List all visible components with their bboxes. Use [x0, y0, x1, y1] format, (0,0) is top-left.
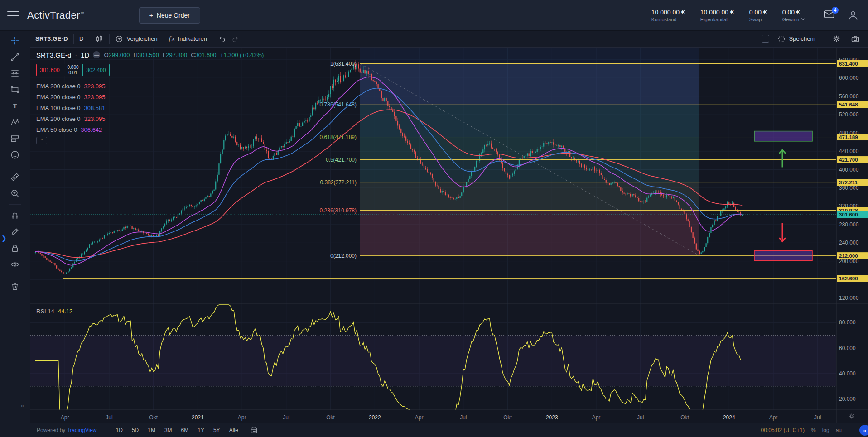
time-axis-label[interactable]: Apr: [592, 414, 601, 421]
emoji-tool[interactable]: [7, 149, 23, 161]
fib-level-label: 0.5(421.700): [326, 157, 357, 163]
chart-area[interactable]: 1(631.400)0.786(541.648)0.618(471.189)0.…: [30, 47, 868, 423]
axis-settings-gear-icon[interactable]: [848, 413, 855, 422]
time-axis-label[interactable]: Jul: [106, 414, 112, 421]
time-axis-label[interactable]: 2022: [369, 414, 381, 421]
chart-style-button[interactable]: [89, 34, 109, 43]
time-axis-label[interactable]: 2023: [546, 414, 558, 421]
stat-eigenkapital: 10 000.00 €Eigenkapital: [700, 9, 734, 22]
compare-button[interactable]: Vergleichen: [110, 35, 163, 43]
price-axis-badge: 541.648: [837, 101, 868, 108]
price-tick-label: 440.000: [839, 148, 859, 154]
drawing-arrow-down[interactable]: [779, 223, 786, 241]
time-axis[interactable]: AprJulOkt2021AprJulOkt2022AprJulOkt2023A…: [61, 414, 821, 421]
magnet-tool[interactable]: [7, 209, 23, 222]
ruler-tool[interactable]: [7, 171, 23, 183]
time-axis-label[interactable]: Jul: [637, 414, 644, 421]
time-axis-label[interactable]: Okt: [680, 414, 689, 421]
menu-icon[interactable]: [7, 11, 19, 19]
undo-button[interactable]: [212, 35, 231, 43]
range-3m[interactable]: 3M: [161, 426, 176, 434]
price-axis-badge: 631.400: [837, 60, 868, 67]
symbol-button[interactable]: SRT3.GE-D: [30, 35, 73, 42]
undo-icon: [218, 35, 226, 43]
indicator-row[interactable]: EMA 100 close 0308.581: [36, 102, 264, 113]
time-axis-label[interactable]: Apr: [238, 414, 246, 421]
user-avatar[interactable]: [846, 9, 860, 22]
lock-tool[interactable]: [7, 242, 23, 255]
screenshot-button[interactable]: [849, 34, 862, 43]
range-1d[interactable]: 1D: [112, 426, 126, 434]
time-axis-label[interactable]: Apr: [415, 414, 424, 421]
time-axis-label[interactable]: Jul: [814, 414, 821, 421]
drawing-toolbar: T: [0, 30, 30, 437]
shapes-tool[interactable]: [7, 83, 23, 96]
auto-scale-button[interactable]: au: [836, 427, 842, 433]
interval-button[interactable]: D: [74, 35, 89, 42]
range-5y[interactable]: 5Y: [210, 426, 224, 434]
indicator-row[interactable]: EMA 200 close 0323.095: [36, 113, 264, 124]
trash-tool[interactable]: [7, 280, 23, 293]
chart-settings-button[interactable]: [830, 34, 843, 43]
collapse-corner-button[interactable]: «: [859, 425, 868, 436]
top-bar: ActivTrader™ + Neue Order 10 000.00 €Kon…: [0, 0, 868, 31]
time-axis-label[interactable]: 2024: [723, 414, 735, 421]
legend-interval[interactable]: 1D: [81, 51, 89, 59]
drawing-arrow-up[interactable]: [779, 150, 786, 167]
legend-symbol[interactable]: SRT3.GE-d: [36, 51, 71, 59]
xabcd-pattern-tool[interactable]: [7, 116, 23, 129]
time-axis-label[interactable]: Okt: [503, 414, 512, 421]
rsi-legend[interactable]: RSI 14 44.12: [36, 308, 72, 315]
layout-checkbox[interactable]: [762, 35, 769, 43]
time-axis-label[interactable]: Jul: [460, 414, 467, 421]
session-clock[interactable]: 00:05:02 (UTC+1): [761, 427, 805, 433]
new-order-button[interactable]: + Neue Order: [139, 7, 200, 24]
eye-tool[interactable]: [7, 258, 23, 271]
stat-gewinn[interactable]: 0.00 € Gewinn: [782, 9, 805, 22]
goto-date-button[interactable]: [250, 427, 258, 434]
time-axis-label[interactable]: Apr: [61, 414, 69, 421]
time-axis-label[interactable]: Okt: [326, 414, 335, 421]
redo-icon: [231, 35, 240, 43]
text-tool[interactable]: T: [7, 100, 23, 112]
time-axis-label[interactable]: Apr: [769, 414, 778, 421]
legend-collapse-icon[interactable]: —: [93, 51, 100, 58]
range-1y[interactable]: 1Y: [194, 426, 208, 434]
crosshair-tool[interactable]: [7, 34, 23, 47]
range-1m[interactable]: 1M: [144, 426, 159, 434]
indicator-row[interactable]: EMA 50 close 0306.642: [36, 124, 264, 135]
stat-swap: 0.00 €Swap: [749, 9, 767, 22]
price-tick-label: 600.000: [839, 75, 859, 81]
indicator-row[interactable]: EMA 200 close 0323.095: [36, 81, 264, 91]
range-alle[interactable]: Alle: [226, 426, 242, 434]
price-tick-label: 560.000: [839, 93, 859, 100]
zoom-in-tool[interactable]: [7, 187, 23, 200]
time-axis-label[interactable]: 2021: [192, 414, 204, 421]
buy-button[interactable]: 302.400: [82, 64, 110, 76]
pane-collapse-chevrons[interactable]: «: [21, 402, 24, 409]
tradingview-link[interactable]: TradingView: [67, 427, 97, 433]
drawing-rect-1[interactable]: [754, 251, 812, 261]
rsi-tick-label: 60.000: [839, 345, 856, 351]
percent-scale-button[interactable]: %: [811, 427, 816, 433]
sell-button[interactable]: 301.600: [36, 64, 63, 76]
drawing-rect-0[interactable]: [754, 131, 812, 141]
redo-button[interactable]: [231, 35, 245, 43]
pencil-tool[interactable]: [7, 226, 23, 238]
log-scale-button[interactable]: log: [822, 427, 829, 433]
indicator-row[interactable]: EMA 200 close 0323.095: [36, 91, 264, 102]
gear-icon: [832, 34, 841, 43]
time-axis-label[interactable]: Jul: [283, 414, 289, 421]
range-5d[interactable]: 5D: [128, 426, 142, 434]
fib-retracement-tool[interactable]: [7, 67, 23, 80]
mail-icon[interactable]: 4: [824, 10, 834, 20]
time-axis-label[interactable]: Okt: [149, 414, 158, 421]
range-6m[interactable]: 6M: [178, 426, 193, 434]
legend-collapse-button[interactable]: ^: [36, 137, 47, 144]
trendline-tool[interactable]: [7, 51, 23, 63]
position-tool[interactable]: [7, 132, 23, 145]
indicators-button[interactable]: ƒx Indikatoren: [163, 35, 212, 43]
price-axis[interactable]: 640.000600.000560.000520.000480.000440.0…: [839, 57, 859, 402]
object-tree-expand-icon[interactable]: ❯: [1, 235, 7, 242]
save-layout-button[interactable]: Speichern: [776, 35, 817, 43]
